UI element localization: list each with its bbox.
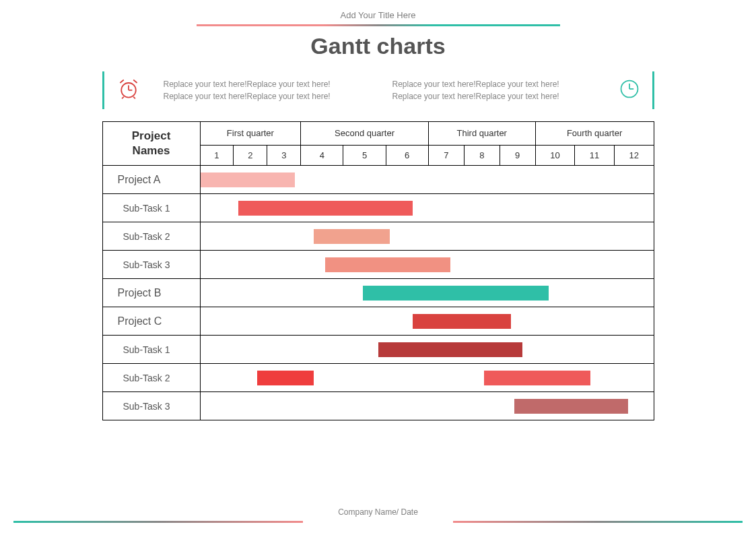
timeline-cell <box>200 392 654 420</box>
timeline-cell <box>200 166 654 194</box>
row-label: Sub-Task 2 <box>102 364 200 392</box>
month-header: 5 <box>343 145 386 166</box>
quarter-header: Second quarter <box>301 122 428 146</box>
gantt-row: Project C <box>102 307 654 336</box>
info-bar: Replace your text here!Replace your text… <box>102 71 654 109</box>
gantt-bar <box>363 286 549 301</box>
timeline-cell <box>200 251 654 279</box>
footer: Company Name/ Date <box>0 507 756 523</box>
row-label: Sub-Task 3 <box>102 392 200 420</box>
gantt-bar <box>378 342 522 357</box>
month-header: 12 <box>614 145 654 166</box>
row-label: Project B <box>102 279 200 307</box>
quarter-header: First quarter <box>200 122 301 146</box>
info-line: Replace your text here!Replace your text… <box>164 78 384 90</box>
row-label: Sub-Task 1 <box>102 194 200 222</box>
timeline-cell <box>200 364 654 392</box>
row-label: Project A <box>102 166 200 194</box>
month-header: 7 <box>428 145 464 166</box>
month-header: 11 <box>575 145 615 166</box>
quarter-header: Fourth quarter <box>535 122 654 146</box>
gantt-bar <box>484 371 590 385</box>
row-label: Sub-Task 3 <box>102 251 200 279</box>
footer-text: Company Name/ Date <box>0 507 756 517</box>
timeline-cell <box>200 336 654 364</box>
quarter-header: Third quarter <box>428 122 535 146</box>
gantt-row: Project A <box>102 166 654 194</box>
gantt-row: Sub-Task 1 <box>102 336 654 364</box>
timeline-cell <box>200 222 654 251</box>
gantt-bar <box>201 172 296 187</box>
svg-line-4 <box>133 97 135 99</box>
gantt-bar <box>325 257 450 272</box>
month-header: 3 <box>267 145 301 166</box>
header-divider <box>197 24 560 26</box>
info-line: Replace your text here!Replace your text… <box>392 78 613 90</box>
month-header: 1 <box>200 145 234 166</box>
project-names-header: ProjectNames <box>102 122 200 166</box>
gantt-bar <box>238 201 413 216</box>
gantt-table: ProjectNames First quarter Second quarte… <box>102 121 654 420</box>
gantt-row: Sub-Task 3 <box>102 251 654 279</box>
page-title: Gantt charts <box>0 33 756 59</box>
info-text-block: Replace your text here!Replace your text… <box>164 78 613 102</box>
month-header: 4 <box>301 145 343 166</box>
info-line: Replace your text here!Replace your text… <box>392 90 613 102</box>
footer-divider-right <box>453 521 743 523</box>
footer-divider-left <box>13 521 303 523</box>
row-label: Sub-Task 1 <box>102 336 200 364</box>
info-line: Replace your text here!Replace your text… <box>164 90 384 102</box>
gantt-row: Project B <box>102 279 654 307</box>
clock-icon <box>613 78 640 102</box>
alarm-clock-icon <box>116 77 143 104</box>
month-header: 6 <box>386 145 428 166</box>
month-header: 10 <box>535 145 575 166</box>
gantt-bar <box>314 229 390 244</box>
month-header: 8 <box>464 145 500 166</box>
gantt-bar <box>413 314 511 329</box>
subtitle-text: Add Your Title Here <box>0 10 756 20</box>
month-header: 2 <box>234 145 267 166</box>
gantt-row: Sub-Task 2 <box>102 364 654 392</box>
svg-line-3 <box>122 97 124 99</box>
gantt-bar <box>257 371 314 385</box>
month-header: 9 <box>500 145 535 166</box>
row-label: Project C <box>102 307 200 336</box>
timeline-cell <box>200 279 654 307</box>
timeline-cell <box>200 194 654 222</box>
gantt-bar <box>514 399 628 414</box>
timeline-cell <box>200 307 654 336</box>
gantt-row: Sub-Task 3 <box>102 392 654 420</box>
row-label: Sub-Task 2 <box>102 222 200 251</box>
gantt-row: Sub-Task 2 <box>102 222 654 251</box>
gantt-row: Sub-Task 1 <box>102 194 654 222</box>
